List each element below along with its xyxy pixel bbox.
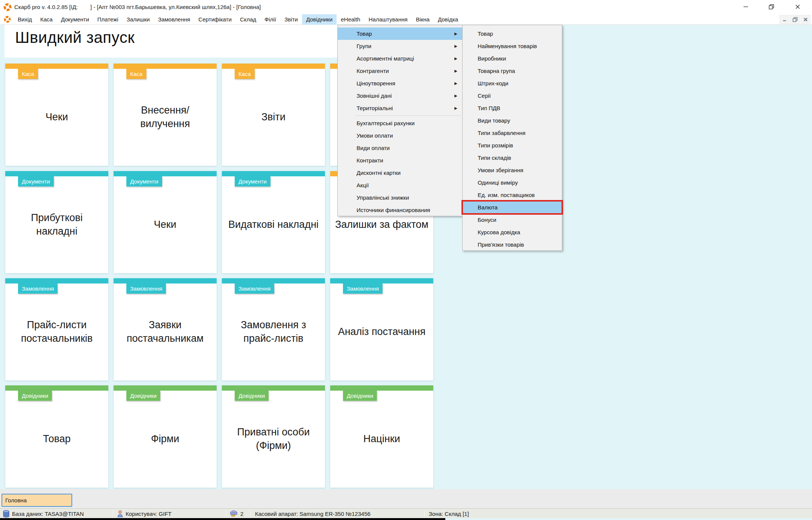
dropdown-item-kontrakty[interactable]: Контракти (338, 154, 462, 167)
dropdown-item-aktsii[interactable]: Акції (338, 179, 462, 191)
menu-item-ehealth[interactable]: eHealth (337, 14, 364, 25)
menu-item-zvity[interactable]: Звіти (280, 14, 302, 25)
submenu-item-typy-rozmiriv[interactable]: Типи розмірів (463, 139, 562, 152)
tile-firmy[interactable]: Довідники Фірми (114, 385, 217, 488)
status-user: Користувач: GIFT (117, 509, 172, 518)
tile-label: Замовлення з прайс-листів (226, 283, 321, 381)
status-zone-text: Зона: Склад [1] (429, 511, 469, 517)
tile-label: Внесення/вилучення (117, 69, 213, 166)
dropdown-item-upravlinski-znyzhky[interactable]: Управлінські знижки (338, 191, 462, 204)
minimize-icon (743, 4, 749, 10)
dropdown-item-vydy-oplaty[interactable]: Види оплати (338, 142, 462, 154)
submenu-item-odynytsi-vymiru[interactable]: Одиниці виміру (463, 176, 562, 189)
tile-category-bar (222, 278, 325, 283)
menu-item-dokumenty[interactable]: Документи (57, 14, 93, 25)
submenu-item-valiuta[interactable]: Валюта (463, 201, 562, 214)
tab-strip: Головна (0, 489, 812, 508)
submenu-item-serii[interactable]: Серії (463, 89, 562, 102)
connections-icon (230, 510, 238, 517)
menu-item-dovidnyky[interactable]: Довідники (302, 14, 337, 25)
tile-label: Аналіз постачання (334, 283, 430, 381)
mdi-restore-button[interactable] (790, 15, 800, 24)
menu-item-nalashtuvannia[interactable]: Налаштування (364, 14, 412, 25)
submenu-item-pryviazky-tovariv[interactable]: Прив'язки товарів (463, 238, 562, 251)
submenu-item-tovar[interactable]: Товар (463, 27, 562, 40)
menu-item-filii[interactable]: Філії (260, 14, 280, 25)
minimize-icon (782, 17, 787, 22)
menu-item-kasa[interactable]: Каса (36, 14, 57, 25)
submenu-item-bonusy[interactable]: Бонуси (463, 214, 562, 226)
dropdown-item-zovnishni-dani[interactable]: Зовнішні дані (338, 89, 462, 102)
dropdown-item-kontrahenty[interactable]: Контрагенти (338, 65, 462, 77)
submenu-item-tovarna-hrupa[interactable]: Товарна група (463, 65, 562, 77)
menu-item-platezhi[interactable]: Платежі (93, 14, 123, 25)
tile-label: Націнки (334, 391, 430, 488)
dropdown-item-bukhhalterski-rakhunky[interactable]: Бухгалтерські рахунки (338, 117, 462, 129)
tile-prybutkovi-nakladni[interactable]: Документи Прибуткові накладні (5, 171, 108, 273)
mdi-minimize-button[interactable] (780, 15, 789, 24)
dropdown-item-tsinoutvorennia[interactable]: Ціноутворення (338, 77, 462, 89)
submenu-item-ed-izm-postavshchikov[interactable]: Ед. изм. поставщиков (463, 189, 562, 201)
tile-label: Товар (9, 391, 105, 488)
status-cash-register-text: Касовий апарат: Samsung ER-350 №123456 (255, 511, 370, 517)
menu-item-zamovlennia[interactable]: Замовлення (154, 14, 194, 25)
status-divider (424, 510, 425, 517)
tab-holovna[interactable]: Головна (2, 494, 72, 507)
submenu-item-kursova-dovidka[interactable]: Курсова довідка (463, 226, 562, 238)
tile-cheky-dokumenty[interactable]: Документи Чеки (114, 171, 217, 273)
tile-prais-lysty-postachalnykiv[interactable]: Замовлення Прайс-листи постачальників (5, 278, 108, 381)
tile-zaiavky-postachalnykam[interactable]: Замовлення Заявки постачальникам (114, 278, 217, 381)
window-minimize-button[interactable] (737, 0, 754, 14)
tile-vydatkovi-nakladni[interactable]: Документи Видаткові накладні (222, 171, 325, 273)
tile-category-bar (5, 278, 108, 283)
menu-item-vyhid[interactable]: Вихід (14, 14, 36, 25)
menu-item-zalyshky[interactable]: Залишки (123, 14, 154, 25)
tile-category-bar (5, 385, 108, 391)
tile-label: Видаткові накладні (226, 176, 321, 273)
tile-natsinky[interactable]: Довідники Націнки (330, 385, 433, 488)
dropdown-item-dyskontni-kartky[interactable]: Дисконтні картки (338, 167, 462, 179)
window-restore-button[interactable] (763, 0, 780, 14)
submenu-item-naimenuvannia-tovariv[interactable]: Найменування товарів (463, 40, 562, 52)
menu-item-vikna[interactable]: Вікна (412, 14, 434, 25)
status-connections-count: 2 (240, 511, 243, 517)
dropdown-item-istochniki-finansirovaniya[interactable]: Источники финансирования (338, 204, 462, 216)
dropdown-item-hrupy[interactable]: Групи (338, 40, 462, 52)
dropdown-item-tovar[interactable]: Товар (338, 27, 462, 40)
submenu-tovar: Товар Найменування товарів Виробники Тов… (462, 25, 562, 251)
status-connections: 2 (230, 509, 243, 518)
menu-item-sklad[interactable]: Склад (236, 14, 260, 25)
submenu-item-typy-zabarvlennia[interactable]: Типи забарвлення (463, 127, 562, 139)
mdi-close-button[interactable] (801, 15, 810, 24)
tile-vnesennia-vyluchennia[interactable]: Каса Внесення/вилучення (114, 64, 217, 166)
tile-category-bar (114, 171, 217, 176)
menu-item-sertyfikaty[interactable]: Сертифікати (194, 14, 236, 25)
tile-zamovlennia-z-prais-lystiv[interactable]: Замовлення Замовлення з прайс-листів (222, 278, 325, 381)
tile-zvity-kasa[interactable]: Каса Звіти (222, 64, 325, 166)
dropdown-item-asortymentni-matrytsi[interactable]: Асортиментні матриці (338, 52, 462, 65)
tile-cheky-kasa[interactable]: Каса Чеки (5, 64, 108, 166)
tile-analiz-postachannia[interactable]: Замовлення Аналіз постачання (330, 278, 433, 381)
dropdown-item-terytorialni[interactable]: Територіальні (338, 102, 462, 114)
tile-label: Чеки (117, 176, 213, 273)
status-user-text: Користувач: GIFT (126, 511, 172, 517)
menu-separator (355, 115, 461, 116)
dropdown-item-umovy-oplaty[interactable]: Умови оплати (338, 129, 462, 142)
submenu-item-typ-pdv[interactable]: Тип ПДВ (463, 102, 562, 114)
submenu-item-typy-skladiv[interactable]: Типи складів (463, 152, 562, 164)
menu-item-dovidka[interactable]: Довідка (434, 14, 462, 25)
submenu-item-umovy-zberihannia[interactable]: Умови зберігання (463, 164, 562, 176)
tile-label: Фірми (117, 391, 213, 488)
submenu-item-vydy-tovaru[interactable]: Види товару (463, 114, 562, 127)
status-zone: Зона: Склад [1] (429, 509, 469, 518)
window-close-button[interactable] (789, 0, 806, 14)
close-icon (803, 17, 808, 22)
tile-tovar[interactable]: Довідники Товар (5, 385, 108, 488)
tile-category-bar (222, 171, 325, 176)
tile-pryvatni-osoby[interactable]: Довідники Приватні особи (Фірми) (222, 385, 325, 488)
submenu-item-shtrykh-kody[interactable]: Штрих-коди (463, 77, 562, 89)
tile-label: Заявки постачальникам (117, 283, 213, 381)
tile-label: Прибуткові накладні (9, 176, 105, 273)
submenu-item-vyrobnyky[interactable]: Виробники (463, 52, 562, 65)
restore-icon (792, 17, 798, 22)
